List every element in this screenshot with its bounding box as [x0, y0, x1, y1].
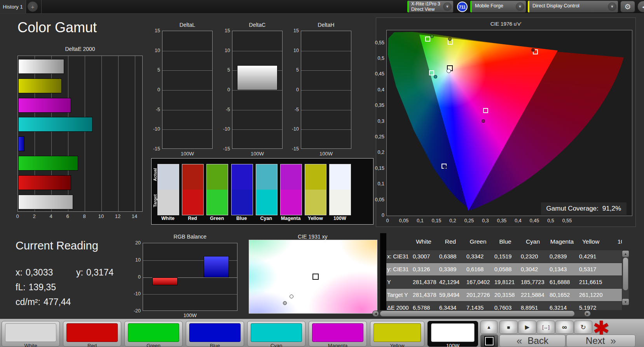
x-tick-label: 0,5: [543, 218, 558, 223]
y-tick-label: 0,1: [367, 181, 384, 187]
table-cell: 47: [605, 289, 622, 302]
pattern-label: Green: [125, 343, 182, 347]
target-swatch: [305, 190, 326, 215]
target-swatch: [182, 190, 203, 215]
actual-swatch: [232, 164, 253, 190]
gridline: [101, 56, 102, 211]
table-cell: 59,8494: [437, 289, 466, 302]
measured-marker-1: [283, 301, 287, 305]
refresh-button[interactable]: ↻: [574, 321, 592, 334]
row-label: ΔE 2000: [386, 302, 411, 310]
pattern-up-button[interactable]: ▲: [480, 321, 497, 334]
step-button[interactable]: [↔]: [537, 321, 555, 334]
table-horizontal-scrollbar[interactable]: ◀ ▶: [372, 310, 591, 317]
y-tick-label: 0,5: [367, 56, 384, 61]
collapse-arrow-icon: ◀: [642, 4, 644, 10]
gridline: [232, 129, 282, 130]
y-tick-label: 10: [217, 48, 230, 53]
swatch-label: Magenta: [280, 216, 302, 221]
loop-button[interactable]: ∞: [555, 321, 574, 334]
scroll-right-icon[interactable]: ▶: [585, 311, 590, 316]
x-tick-label: 0,45: [527, 218, 542, 223]
table-cell: 261,1220: [577, 289, 607, 302]
deltal-x-label: 100W: [162, 151, 213, 157]
deltae-bar-white: [18, 195, 73, 209]
meter-count-badge[interactable]: 711: [457, 2, 468, 12]
y-tick-label: 15: [217, 28, 230, 33]
collapse-panel-button[interactable]: ◀: [637, 1, 644, 12]
scroll-left-icon[interactable]: ◀: [373, 311, 379, 316]
pattern-button-100w[interactable]: 100W: [428, 321, 478, 347]
deltae-bar-green: [18, 156, 78, 171]
pattern-button-red[interactable]: Red: [63, 321, 121, 347]
meter-dropdown[interactable]: X-Rite i1Pro 3 Direct View ▼: [407, 1, 453, 12]
pattern-window-button[interactable]: [480, 335, 498, 347]
pattern-source-dropdown[interactable]: Mobile Forge ▼: [470, 1, 526, 12]
pattern-label: Yellow: [370, 343, 424, 347]
gridline: [118, 56, 119, 211]
add-tab-button[interactable]: +: [28, 2, 38, 12]
actual-swatch: [207, 164, 228, 190]
gridline: [232, 110, 282, 110]
x-tick-label: 0,25: [461, 218, 477, 223]
display-status-stripe: [528, 1, 529, 12]
table-row[interactable]: y: CIE310,31260,33890,61680,05880,30420,…: [386, 263, 622, 276]
tab-divider: [41, 0, 42, 13]
tab-history-1[interactable]: History 1: [0, 0, 26, 13]
gamut-coverage-readout: Gamut Coverage: 91,2%: [541, 202, 627, 215]
table-cell: 0,2839: [547, 250, 579, 263]
play-button[interactable]: ▶: [518, 321, 536, 334]
pattern-button-cyan[interactable]: Cyan: [247, 321, 305, 347]
x-tick-label: 2: [28, 213, 40, 219]
table-row[interactable]: Y281,437842,1294167,040219,8121185,77236…: [386, 276, 622, 289]
settings-button[interactable]: ⚙: [620, 1, 635, 12]
table-cell: 0,5317: [577, 263, 607, 276]
pattern-button-green[interactable]: Green: [124, 321, 183, 347]
table-row[interactable]: x: CIE310,30070,63880,33420,15190,23200,…: [386, 250, 622, 263]
swatch-label: Blue: [231, 216, 253, 221]
scroll-up-icon[interactable]: ▲: [622, 251, 629, 257]
measurement-table: WhiteRedGreenBlueCyanMagentaYellow100Wx:…: [386, 233, 622, 310]
table-cell: 19,8121: [492, 276, 521, 289]
horizontal-scroll-thumb[interactable]: [380, 311, 574, 316]
current-reading-cdm2: cd/m²:477,44: [16, 297, 71, 307]
pattern-label: 100W: [428, 343, 478, 347]
table-cell: 0,0588: [492, 263, 521, 276]
cie1931-chart-title: CIE 1931 xy: [249, 234, 377, 240]
table-cell: 5: [605, 302, 622, 310]
row-label: Target Y: [386, 289, 411, 302]
next-button[interactable]: Next »: [566, 335, 635, 347]
pattern-label: Red: [63, 343, 121, 347]
x-tick-label: 0,35: [494, 218, 510, 223]
pattern-label: White: [2, 343, 59, 347]
pattern-button-blue[interactable]: Blue: [186, 321, 244, 347]
gridline: [162, 70, 212, 71]
back-button[interactable]: « Back: [499, 335, 565, 347]
table-vertical-scrollbar[interactable]: ▲ ▼: [622, 251, 629, 305]
table-row[interactable]: ΔE 20006,57886,34347,14350,76038,89516,3…: [386, 302, 622, 310]
pattern-button-yellow[interactable]: Yellow: [370, 321, 424, 347]
target-marker-magenta: [483, 108, 488, 113]
table-cell: 0,4291: [577, 250, 607, 263]
x-tick-label: 0,3: [478, 218, 493, 223]
stop-button[interactable]: ■: [499, 321, 518, 334]
deltal-chart: 151050-5-10-15: [162, 31, 213, 149]
chevron-down-icon: ▼: [443, 2, 452, 11]
pattern-button-magenta[interactable]: Magenta: [309, 321, 367, 347]
scroll-down-icon[interactable]: ▼: [622, 299, 629, 305]
y-tick-label: 0: [367, 213, 384, 218]
table-row[interactable]: Target Y281,437859,8494201,272620,315822…: [386, 289, 622, 302]
delta-bar: [237, 65, 277, 90]
measured-marker-0: [290, 295, 293, 298]
y-tick-label: 10: [286, 48, 299, 53]
display-control-dropdown[interactable]: Direct Display Control ▼: [528, 1, 618, 12]
swatch-label: White: [157, 216, 179, 221]
gridline: [232, 51, 282, 51]
y-tick-label: -10: [217, 126, 230, 132]
page-title: Color Gamut: [17, 19, 97, 36]
vertical-scroll-thumb[interactable]: [623, 258, 628, 290]
back-chevron-icon: «: [517, 335, 522, 347]
pattern-bar: ▲ ■ ▶ [↔] ∞ ↻ ✱ « Back Next » WhiteRedGr…: [0, 319, 644, 347]
pattern-button-white[interactable]: White: [2, 321, 60, 347]
column-header-white: White: [410, 233, 437, 250]
